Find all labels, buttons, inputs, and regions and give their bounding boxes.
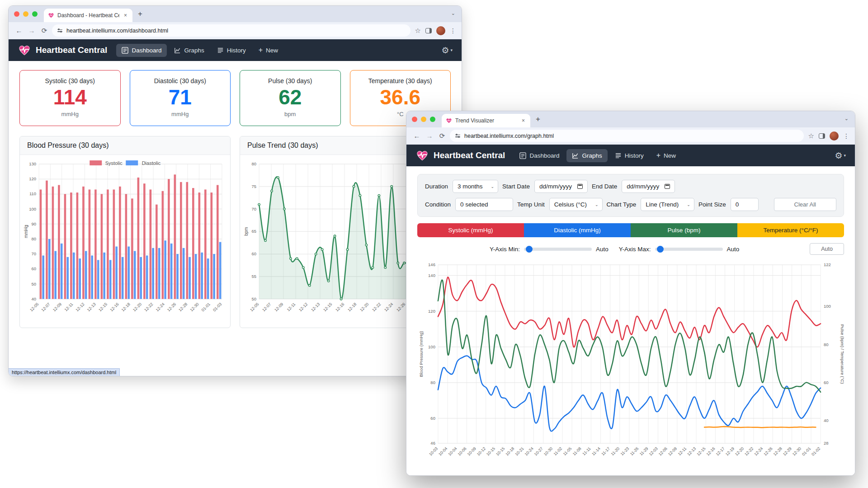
svg-text:11-17: 11-17 (600, 446, 611, 456)
profile-avatar[interactable] (830, 131, 839, 141)
maximize-window-button[interactable] (32, 11, 38, 17)
svg-text:10-30: 10-30 (543, 446, 553, 456)
caret-down-icon: ▾ (844, 153, 846, 158)
svg-text:10-12: 10-12 (476, 446, 486, 456)
dashboard-icon (519, 152, 526, 159)
calendar-icon[interactable] (665, 184, 670, 189)
app-brand[interactable]: Heartbeat Central (415, 149, 505, 162)
nav-item-dashboard[interactable]: Dashboard (514, 149, 565, 162)
nav-item-new[interactable]: + New (651, 149, 681, 162)
start-date-input[interactable]: dd/mm/yyyy (534, 180, 588, 193)
side-panel-icon[interactable] (425, 28, 432, 33)
browser-menu-icon[interactable]: ⋮ (843, 132, 849, 140)
condition-multiselect[interactable]: 0 selected (455, 198, 513, 211)
minimize-window-button[interactable] (421, 117, 426, 122)
nav-item-history[interactable]: History (609, 149, 649, 162)
svg-text:146: 146 (428, 262, 435, 267)
toggle-systolic-button[interactable]: Systolic (mmHg) (417, 223, 524, 237)
tab-close-icon[interactable]: × (123, 12, 128, 19)
app-brand[interactable]: Heartbeat Central (18, 44, 107, 56)
reload-button[interactable]: ⟳ (437, 132, 447, 140)
tab-search-chevron-icon[interactable]: ⌄ (451, 10, 455, 16)
profile-avatar[interactable] (436, 26, 445, 35)
side-panel-icon[interactable] (819, 133, 825, 139)
nav-label: History (227, 47, 246, 54)
svg-text:12-22: 12-22 (143, 302, 154, 312)
window-controls[interactable] (412, 117, 435, 122)
svg-text:60: 60 (31, 266, 36, 271)
toggle-diastolic-button[interactable]: Diastolic (mmHg) (524, 223, 631, 237)
svg-text:12-16: 12-16 (706, 446, 716, 456)
svg-text:12-05: 12-05 (29, 302, 39, 312)
new-tab-button[interactable]: + (138, 9, 142, 19)
svg-text:01-01: 01-01 (201, 302, 211, 312)
svg-text:90: 90 (31, 221, 36, 226)
reload-button[interactable]: ⟳ (39, 27, 49, 35)
svg-text:12-19: 12-19 (725, 446, 735, 456)
svg-text:80: 80 (824, 342, 829, 347)
stat-value: 62 (244, 84, 337, 111)
site-settings-icon[interactable] (455, 135, 460, 137)
browser-menu-icon[interactable]: ⋮ (450, 27, 456, 34)
settings-menu[interactable]: ⚙▾ (835, 150, 846, 161)
browser-tab[interactable]: Dashboard - Heartbeat Central × (44, 9, 132, 22)
back-button[interactable]: ← (412, 132, 422, 140)
tab-close-icon[interactable]: × (520, 117, 526, 124)
minimize-window-button[interactable] (23, 11, 28, 17)
forward-button[interactable]: → (425, 132, 434, 140)
bookmark-star-icon[interactable]: ☆ (808, 132, 814, 140)
svg-text:80: 80 (430, 380, 435, 385)
history-icon (217, 47, 224, 54)
svg-text:12-18: 12-18 (347, 302, 357, 312)
clear-all-button[interactable]: Clear All (774, 198, 836, 211)
duration-select[interactable]: 3 months⌄ (453, 180, 498, 193)
close-window-button[interactable] (412, 117, 417, 122)
forward-button[interactable]: → (27, 27, 37, 34)
calendar-icon[interactable] (577, 184, 583, 189)
nav-label: New (664, 152, 676, 159)
svg-text:28: 28 (824, 441, 829, 446)
svg-text:12-24: 12-24 (383, 302, 394, 312)
legend-label-systolic: Systolic (105, 160, 123, 166)
nav-item-dashboard[interactable]: Dashboard (116, 44, 167, 57)
y-axis-min-slider[interactable] (524, 248, 592, 251)
chart-type-select[interactable]: Line (Trend)⌄ (641, 198, 694, 211)
y-axis-auto-button[interactable]: Auto (810, 243, 844, 255)
point-size-input[interactable]: 0 (731, 198, 759, 211)
stat-value: 71 (134, 84, 227, 111)
window-controls[interactable] (14, 11, 38, 17)
svg-text:60: 60 (824, 380, 829, 385)
maximize-window-button[interactable] (430, 117, 435, 122)
address-bar[interactable]: heartbeat.intelliumx.com/graph.html (450, 130, 804, 142)
close-window-button[interactable] (14, 11, 19, 17)
nav-item-history[interactable]: History (212, 44, 251, 57)
nav-item-new[interactable]: + New (253, 43, 283, 57)
brand-title: Heartbeat Central (36, 45, 107, 55)
plus-icon: + (259, 47, 263, 54)
toggle-temperature-button[interactable]: Temperature (°C/°F) (737, 223, 844, 237)
address-bar[interactable]: heartbeat.intelliumx.com/dashboard.html (52, 24, 410, 37)
y-axis-max-slider[interactable] (655, 248, 723, 251)
stat-unit: mmHg (134, 111, 227, 117)
tab-search-chevron-icon[interactable]: ⌄ (844, 116, 849, 122)
back-button[interactable]: ← (14, 27, 24, 34)
svg-text:11-20: 11-20 (610, 446, 620, 456)
tab-strip: Trend Visualizer × + ⌄ (406, 111, 855, 127)
svg-text:122: 122 (824, 262, 831, 267)
svg-text:mmHg: mmHg (24, 225, 28, 238)
bookmark-star-icon[interactable]: ☆ (415, 27, 421, 35)
svg-text:01-03: 01-03 (212, 302, 222, 312)
temp-unit-select[interactable]: Celsius (°C)⌄ (549, 198, 603, 211)
nav-label: Dashboard (132, 47, 161, 54)
stat-value: 36.6 (354, 84, 447, 111)
svg-text:11-23: 11-23 (620, 446, 630, 456)
nav-item-graphs[interactable]: Graphs (169, 44, 209, 57)
site-settings-icon[interactable] (57, 29, 62, 32)
browser-toolbar: ← → ⟳ heartbeat.intelliumx.com/dashboard… (9, 22, 462, 39)
browser-tab[interactable]: Trend Visualizer × (442, 114, 530, 127)
end-date-input[interactable]: dd/mm/yyyy (622, 180, 675, 193)
settings-menu[interactable]: ⚙▾ (441, 45, 453, 56)
new-tab-button[interactable]: + (536, 115, 540, 124)
nav-item-graphs[interactable]: Graphs (566, 149, 607, 162)
toggle-pulse-button[interactable]: Pulse (bpm) (631, 223, 737, 237)
